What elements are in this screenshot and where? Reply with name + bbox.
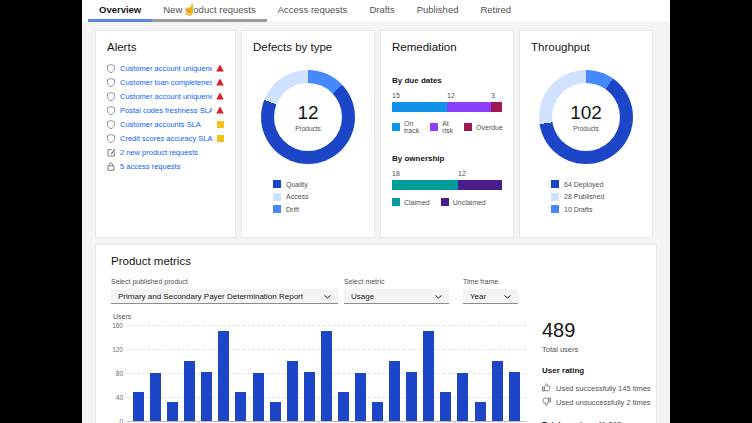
legend-swatch	[430, 123, 438, 131]
tab-overview[interactable]: Overview	[88, 0, 152, 22]
legend-label: On track	[404, 120, 419, 134]
bar	[355, 373, 366, 421]
legend-label: Quality	[286, 181, 308, 188]
bar	[423, 331, 434, 421]
tab-drafts[interactable]: Drafts	[358, 0, 405, 22]
tab-retired[interactable]: Retired	[469, 0, 522, 22]
total-users-value: 489	[542, 319, 657, 342]
usage-plot-area	[127, 325, 526, 422]
product-select[interactable]: Primary and Secondary Payer Determinatio…	[111, 289, 338, 304]
legend-label: Unclaimed	[453, 199, 486, 206]
y-tick-label: 0	[119, 418, 123, 423]
warning-triangle-icon	[216, 64, 224, 72]
alert-item[interactable]: Credit scores accuracy SLA	[107, 134, 224, 143]
alerts-list: Customer account uniqueness SLACustomer …	[107, 64, 224, 171]
legend-item: Access	[273, 193, 363, 201]
legend-item: At risk	[430, 120, 453, 134]
alert-label: Postal codes freshness SLA	[120, 106, 212, 115]
defects-donut-center: 12 Products	[274, 83, 342, 151]
stacked-bar-values: 15123	[392, 92, 502, 101]
shield-icon	[107, 106, 116, 115]
app-window: OverviewNew product requestsAccess reque…	[82, 0, 670, 423]
metric-select-group: Select metric Usage	[344, 278, 449, 304]
legend-label: Claimed	[404, 199, 430, 206]
legend-swatch	[551, 193, 559, 201]
legend-item: 64 Deployed	[551, 180, 641, 188]
alert-label: Customer loan completeness SLA	[120, 78, 212, 87]
alert-item[interactable]: 5 access requests	[107, 162, 224, 171]
tab-published[interactable]: Published	[406, 0, 470, 22]
tab-new-product-requests[interactable]: New product requests	[152, 0, 266, 22]
product-metrics-title: Product metrics	[111, 255, 641, 267]
legend-swatch	[464, 123, 472, 131]
legend-label: At risk	[442, 120, 453, 134]
bar	[287, 361, 298, 421]
bar	[184, 361, 195, 421]
legend-item: Claimed	[392, 198, 430, 206]
bar	[253, 373, 264, 421]
metric-select-value: Usage	[351, 292, 374, 301]
product-select-value: Primary and Secondary Payer Determinatio…	[118, 292, 303, 301]
tab-label: Drafts	[369, 4, 394, 15]
edit-icon	[107, 148, 116, 157]
due-dates-subtitle: By due dates	[392, 76, 502, 85]
bar	[235, 392, 246, 421]
bars-container	[133, 325, 520, 421]
product-select-group: Select published product Primary and Sec…	[111, 278, 338, 304]
tab-label: Overview	[99, 4, 141, 15]
legend-swatch	[551, 205, 559, 213]
chevron-down-icon	[324, 292, 331, 301]
alert-item[interactable]: Customer account uniqueness SLA	[107, 64, 224, 73]
shield-icon	[107, 92, 116, 101]
usage-chart-ylabel: Users	[113, 313, 526, 320]
legend-item: Drift	[273, 205, 363, 213]
bar	[457, 373, 468, 421]
used-unsuccessfully-text: Used unsuccessfully 2 times	[556, 398, 651, 407]
warning-triangle-icon	[216, 78, 224, 86]
usage-chart: Users 16012080400	[111, 313, 526, 423]
used-successfully-text: Used successfully 145 times	[556, 384, 651, 393]
bar	[389, 361, 400, 421]
product-select-label: Select published product	[111, 278, 338, 285]
legend-item: 28 Published	[551, 193, 641, 201]
tab-label: Published	[417, 4, 459, 15]
legend-swatch	[441, 198, 449, 206]
alert-label: 5 access requests	[120, 162, 224, 171]
alert-item[interactable]: Customer loan completeness SLA	[107, 78, 224, 87]
timeframe-select[interactable]: Year	[463, 289, 518, 304]
legend-label: Drift	[286, 206, 299, 213]
legend-label: Access	[286, 193, 309, 200]
alert-item[interactable]: Customer account uniqueness SLA	[107, 92, 224, 101]
bar	[338, 392, 349, 421]
defects-donut-chart: 12 Products	[261, 70, 355, 164]
bar	[150, 373, 161, 421]
legend-swatch	[273, 205, 281, 213]
bar-segment	[392, 180, 458, 190]
ownership-subtitle: By ownership	[392, 154, 502, 163]
metric-select[interactable]: Usage	[344, 289, 449, 304]
user-rating-label: User rating	[542, 366, 657, 375]
warning-triangle-icon	[216, 92, 224, 100]
shield-icon	[107, 78, 116, 87]
segment-value: 18	[392, 170, 400, 177]
tab-access-requests[interactable]: Access requests	[267, 0, 359, 22]
y-tick-label: 40	[116, 394, 123, 401]
tab-label: Retired	[480, 4, 511, 15]
chevron-down-icon	[504, 292, 511, 301]
remediation-card-title: Remediation	[392, 41, 502, 53]
legend: ClaimedUnclaimed	[392, 198, 502, 206]
timeframe-select-value: Year	[470, 292, 486, 301]
alert-item[interactable]: Customer accounts SLA	[107, 120, 224, 129]
shield-icon	[107, 64, 116, 73]
alert-item[interactable]: Postal codes freshness SLA	[107, 106, 224, 115]
bar	[270, 402, 281, 421]
throughput-donut-chart: 102 Products	[539, 70, 633, 164]
segment-value: 3	[491, 92, 495, 99]
legend-item: Overdue	[464, 120, 503, 134]
bar	[372, 402, 383, 421]
alert-item[interactable]: 2 new product requests	[107, 148, 224, 157]
segment-value: 15	[392, 92, 400, 99]
warning-square-icon	[217, 135, 224, 142]
bar	[133, 392, 144, 421]
alert-label: Customer account uniqueness SLA	[120, 92, 212, 101]
